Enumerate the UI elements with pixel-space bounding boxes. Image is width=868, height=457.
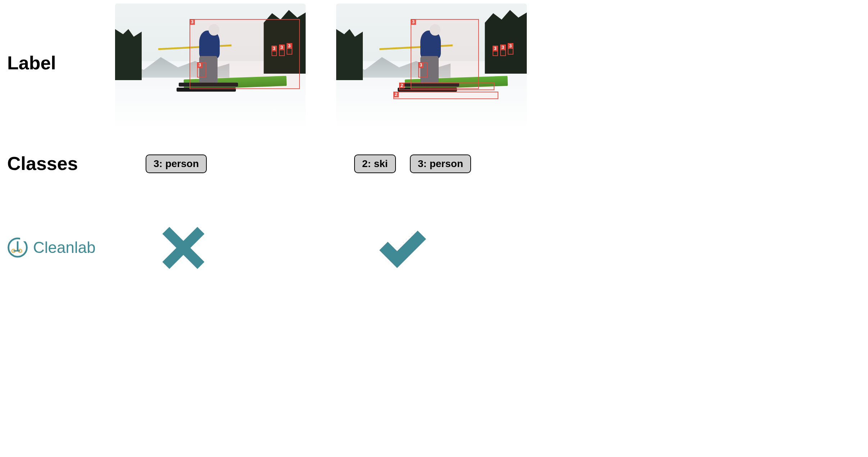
bbox-tag: 3 xyxy=(287,43,292,49)
bbox: 3 xyxy=(287,43,292,55)
class-chip: 3: person xyxy=(410,154,471,173)
svg-rect-1 xyxy=(20,237,28,241)
bbox-tag: 2 xyxy=(399,83,405,88)
bbox-tag: 3 xyxy=(508,43,513,49)
row-title-label: Label xyxy=(7,52,108,74)
check-icon xyxy=(374,225,431,273)
cleanlab-logo-icon xyxy=(7,237,28,258)
bbox: 3 xyxy=(500,45,506,56)
bbox: 2 xyxy=(399,83,494,90)
bbox: 3 xyxy=(493,46,498,56)
bbox-tag: 3 xyxy=(197,62,202,68)
class-chip: 2: ski xyxy=(354,154,396,173)
bbox: 3 xyxy=(411,19,479,89)
bbox-tag: 3 xyxy=(271,46,277,51)
cross-icon xyxy=(160,225,207,273)
class-chip: 3: person xyxy=(146,154,207,173)
bbox-tag: 3 xyxy=(189,19,195,25)
bbox: 3 xyxy=(197,62,207,78)
bbox: 3 xyxy=(508,43,513,55)
bbox-tag: 3 xyxy=(500,45,506,50)
cleanlab-logo-text: Cleanlab xyxy=(33,239,96,257)
annotated-image-right: 3333322 xyxy=(336,4,527,131)
cleanlab-logo: Cleanlab xyxy=(7,237,96,258)
bbox-tag: 2 xyxy=(393,92,399,97)
bbox-tag: 3 xyxy=(411,19,416,25)
annotated-image-left: 33333 xyxy=(115,4,306,131)
bbox: 3 xyxy=(418,62,428,78)
bbox: 3 xyxy=(279,45,285,56)
bbox-tag: 3 xyxy=(418,62,424,68)
row-title-classes: Classes xyxy=(7,153,108,174)
bbox-tag: 3 xyxy=(279,45,284,50)
bbox: 3 xyxy=(271,46,277,56)
bbox-tag: 3 xyxy=(493,46,498,51)
bbox: 2 xyxy=(393,92,498,99)
